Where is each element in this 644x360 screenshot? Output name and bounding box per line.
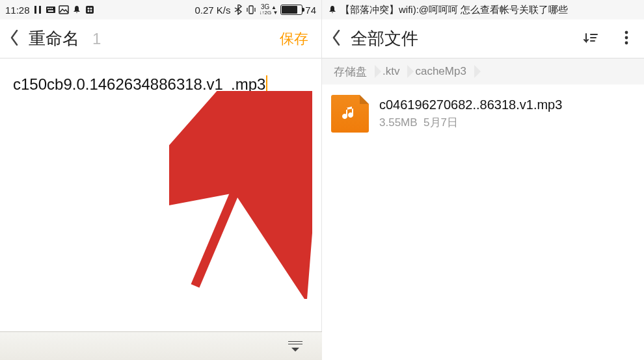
status-time: 11:28	[5, 5, 30, 16]
svg-rect-4	[49, 8, 51, 9]
breadcrumb-item[interactable]: 存储盘	[327, 58, 376, 84]
svg-rect-0	[34, 6, 36, 14]
svg-point-9	[87, 8, 89, 10]
rename-extension[interactable]: .mp3	[231, 75, 267, 94]
breadcrumb-item[interactable]: cacheMp3	[409, 58, 475, 84]
bluetooth-icon	[233, 5, 243, 15]
rename-field-area: c150cb9.0.1462634886318.v1 .mp3	[0, 58, 321, 110]
svg-point-16	[625, 31, 628, 34]
rename-input[interactable]: c150cb9.0.1462634886318.v1	[13, 75, 223, 94]
status-speed: 0.27 K/s	[195, 5, 230, 16]
svg-point-10	[90, 8, 92, 10]
svg-rect-3	[47, 8, 49, 9]
music-file-icon	[331, 95, 369, 133]
header-count: 1	[92, 30, 101, 48]
svg-point-17	[625, 36, 628, 39]
keyboard-indicator-icon	[46, 5, 56, 15]
save-button[interactable]: 保存	[276, 27, 312, 51]
bell-icon	[327, 5, 338, 15]
status-battery-pct: 74	[305, 5, 316, 16]
svg-rect-5	[51, 8, 53, 9]
svg-rect-1	[39, 6, 41, 14]
header-title: 重命名	[29, 27, 79, 50]
header-title: 全部文件	[351, 27, 418, 50]
battery-icon	[280, 5, 302, 15]
files-header: 全部文件	[322, 19, 644, 58]
pause-icon	[33, 5, 43, 15]
svg-rect-2	[46, 6, 55, 13]
svg-point-12	[90, 10, 92, 12]
back-button[interactable]	[331, 29, 342, 49]
file-name: c046196270682..86318.v1.mp3	[379, 97, 562, 112]
back-button[interactable]	[9, 29, 20, 49]
pointer-arrow	[169, 91, 312, 299]
rename-pane: 11:28 0.27 K/s 3G ▲ ↓↑2G ▼	[0, 0, 322, 360]
svg-point-18	[625, 41, 628, 44]
bell-icon	[72, 5, 82, 15]
vibrate-icon	[246, 5, 256, 15]
file-info: c046196270682..86318.v1.mp3 3.55MB 5月7日	[379, 97, 562, 130]
picture-icon	[59, 5, 69, 15]
statusbar-left: 11:28 0.27 K/s 3G ▲ ↓↑2G ▼	[0, 0, 321, 19]
statusbar-right: 【部落冲突】wifi):@呵呵呵 怎么查看帐号关联了哪些	[322, 0, 644, 19]
svg-line-15	[195, 109, 270, 286]
svg-rect-13	[249, 6, 253, 14]
file-meta: 3.55MB 5月7日	[379, 115, 562, 130]
sort-button[interactable]	[583, 29, 600, 49]
svg-rect-6	[48, 10, 53, 12]
status-notification-text: 【部落冲突】wifi):@呵呵呵 怎么查看帐号关联了哪些	[340, 4, 568, 16]
breadcrumb-item[interactable]: .ktv	[376, 58, 409, 84]
svg-point-11	[87, 10, 89, 12]
keyboard-toggle-icon[interactable]	[286, 341, 305, 352]
text-cursor	[266, 75, 267, 92]
signal-3g-icon: 3G ▲ ↓↑2G ▼	[259, 4, 278, 16]
keyboard-bar	[0, 331, 322, 360]
file-browser-pane: 【部落冲突】wifi):@呵呵呵 怎么查看帐号关联了哪些 全部文件 存储盘 .k…	[322, 0, 644, 360]
svg-rect-8	[86, 6, 94, 14]
file-row[interactable]: c046196270682..86318.v1.mp3 3.55MB 5月7日	[322, 84, 644, 143]
app-icon	[85, 5, 95, 15]
rename-header: 重命名 1 保存	[0, 19, 321, 58]
breadcrumb: 存储盘 .ktv cacheMp3	[322, 58, 644, 84]
more-button[interactable]	[618, 29, 635, 49]
